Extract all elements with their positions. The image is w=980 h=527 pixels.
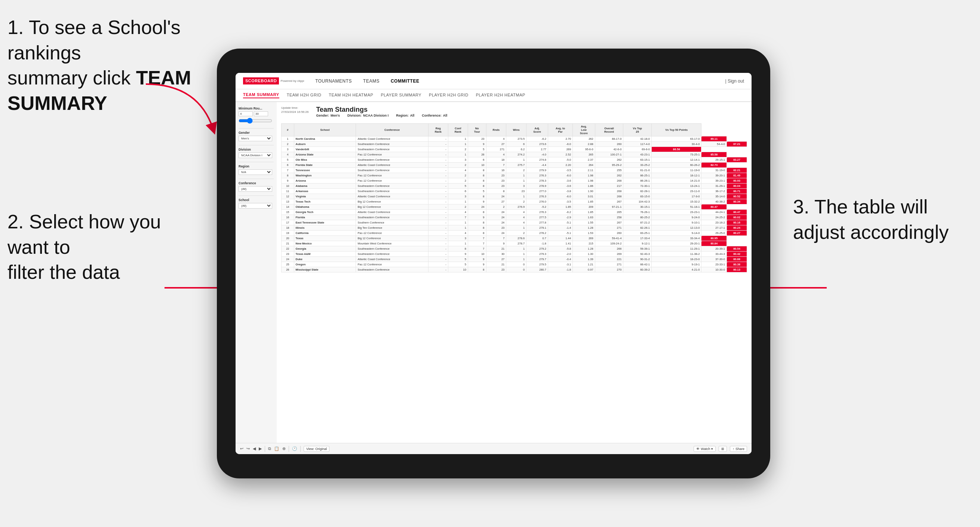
min-input-1[interactable] — [239, 111, 253, 116]
table-row: 19CaliforniaPac-12 Conference-48242278.2… — [282, 230, 747, 236]
num-cell: 276.0 — [527, 199, 548, 205]
num-cell: 276.3 — [527, 173, 548, 178]
points-cell: 80.13 — [727, 267, 747, 273]
num-cell: 8 — [468, 173, 486, 178]
share-btn[interactable]: ↑ Share — [730, 446, 747, 452]
num-cell: -3.5 — [548, 168, 573, 173]
nav-tournaments[interactable]: TOURNAMENTS — [315, 78, 352, 84]
forward-icon[interactable]: ▶ — [259, 446, 262, 451]
school-cell: Florida State — [294, 163, 356, 168]
num-cell: - — [428, 173, 448, 178]
tab-team-summary[interactable]: TEAM SUMMARY — [243, 92, 279, 98]
rank-cell: 22 — [282, 246, 294, 252]
nav-teams[interactable]: TEAMS — [363, 78, 380, 84]
num-cell: 9 — [468, 142, 486, 147]
num-cell: -4.0 — [527, 152, 548, 157]
back-icon[interactable]: ◀ — [253, 446, 256, 451]
school-cell: Arizona — [294, 178, 356, 184]
gender-select[interactable]: Men's Women's — [239, 136, 272, 141]
min-input-2[interactable] — [254, 111, 268, 116]
tab-player-h2h-grid[interactable]: PLAYER H2H GRID — [429, 93, 468, 98]
table-row: 6Florida StateAtlantic Coast Conference-… — [282, 163, 747, 168]
view-original-label: View: Original — [306, 447, 327, 451]
num-cell: 265 — [595, 210, 623, 215]
num-cell: 262 — [595, 157, 623, 163]
embed-btn[interactable]: ⊞ — [719, 446, 727, 452]
rank-cell: 24 — [282, 257, 294, 262]
num-cell: 60-26-2 — [651, 163, 702, 168]
watch-chevron: ▾ — [711, 447, 713, 451]
num-cell: 33-44-3 — [702, 252, 727, 257]
num-cell: - — [428, 163, 448, 168]
conf-cell: Atlantic Coast Conference — [356, 257, 428, 262]
num-cell: 1 — [448, 225, 468, 230]
num-cell: 1.21 — [573, 262, 595, 267]
num-cell: 1.44 — [548, 236, 573, 241]
nav-committee[interactable]: COMMITTEE — [391, 78, 420, 84]
watch-btn[interactable]: 👁 Watch ▾ — [694, 446, 716, 452]
num-cell: 30-4-0 — [651, 142, 702, 147]
num-cell: - — [428, 236, 448, 241]
table-row: 24DukeAtlantic Coast Conference-59271279… — [282, 257, 747, 262]
num-cell: 1.53 — [573, 230, 595, 236]
tab-team-h2h-heatmap[interactable]: TEAM H2H HEATMAP — [329, 93, 373, 98]
num-cell: 268 — [595, 189, 623, 194]
conf-cell: Mountain West Conference — [356, 241, 428, 246]
table-row: 17East Tennessee StateSouthern Conferenc… — [282, 220, 747, 225]
conference-select[interactable]: (All) — [239, 186, 272, 192]
add-icon[interactable]: ⊕ — [282, 446, 286, 451]
num-cell: 2.70 — [548, 137, 573, 142]
num-cell: 1 — [506, 173, 527, 178]
rank-cell: 18 — [282, 225, 294, 230]
col-rank: # — [282, 124, 294, 137]
num-cell: 76-26-1 — [623, 210, 652, 215]
num-cell: 2.11 — [573, 168, 595, 173]
paste-icon[interactable]: 📋 — [274, 446, 279, 451]
tab-player-h2h-heatmap[interactable]: PLAYER H2H HEATMAP — [476, 93, 525, 98]
num-cell: 60-39-2 — [623, 267, 652, 273]
tab-player-summary[interactable]: PLAYER SUMMARY — [381, 93, 422, 98]
num-cell: 24 — [468, 205, 486, 210]
col-vs-top50: Vs Top 50 Points — [651, 124, 702, 137]
num-cell: 95-29-2 — [595, 163, 623, 168]
num-cell: 217 — [595, 184, 623, 189]
num-cell: 8 — [468, 178, 486, 184]
conf-cell: Pac-12 Conference — [356, 178, 428, 184]
sep-3 — [300, 446, 301, 452]
min-slider[interactable] — [239, 118, 272, 124]
num-cell: 23-33-1 — [702, 262, 727, 267]
num-cell: 83-25-1 — [623, 230, 652, 236]
school-cell: Georgia — [294, 246, 356, 252]
num-cell: 255 — [595, 168, 623, 173]
view-original-btn[interactable]: View: Original — [304, 446, 329, 452]
num-cell: 9-14-0 — [651, 230, 702, 236]
clock-icon[interactable]: 🕐 — [292, 446, 297, 451]
rank-cell: 26 — [282, 267, 294, 273]
school-cell: Mississippi State — [294, 267, 356, 273]
conf-cell: Big 12 Conference — [356, 199, 428, 205]
undo-icon[interactable]: ↩ — [240, 446, 243, 451]
num-cell: 86-26-1 — [623, 178, 652, 184]
num-cell: -5.8 — [548, 246, 573, 252]
points-cell: 80.04 — [727, 184, 747, 189]
tab-team-h2h-grid[interactable]: TEAM H2H GRID — [287, 93, 321, 98]
divider-2 — [239, 145, 274, 145]
num-cell: 1.28 — [573, 225, 595, 230]
conf-cell: Southeastern Conference — [356, 246, 428, 252]
num-cell: 117-4-0 — [623, 142, 652, 147]
num-cell: 5 — [468, 189, 486, 194]
num-cell: 23-16-2 — [702, 220, 727, 225]
table-row: 1North CarolinaAtlantic Coast Conference… — [282, 137, 747, 142]
rank-cell: 14 — [282, 205, 294, 210]
sign-out[interactable]: | Sign out — [725, 78, 745, 84]
school-select[interactable]: (All) — [239, 203, 272, 209]
region-select[interactable]: N/A All — [239, 169, 272, 175]
redo-icon[interactable]: ↪ — [247, 446, 250, 451]
division-select[interactable]: NCAA Division I NCAA Division II NCAA Di… — [239, 152, 272, 158]
annotation-2: 2. Select how youwant tofilter the data — [8, 209, 187, 285]
copy-icon[interactable]: ⧉ — [268, 446, 271, 451]
num-cell: - — [428, 252, 448, 257]
num-cell: 42-18-0 — [623, 137, 652, 142]
table-row: 23Texas A&MSoutheastern Conference-91030… — [282, 252, 747, 257]
num-cell: 1.98 — [573, 178, 595, 184]
